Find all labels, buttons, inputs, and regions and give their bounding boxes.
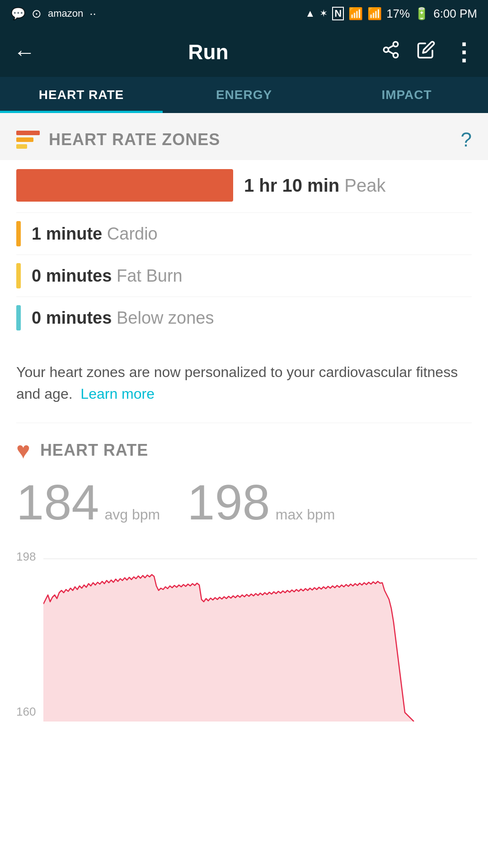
avg-bpm-label: avg bpm <box>105 506 160 523</box>
zone-fatburn-row: 0 minutes Fat Burn <box>16 255 472 297</box>
zones-container: 1 hr 10 min Peak 1 minute Cardio 0 minut… <box>0 160 488 352</box>
wifi-icon: 📶 <box>348 7 363 21</box>
status-icons-left: 💬 ⊙ amazon ·· <box>11 7 96 21</box>
clock-icon: ⊙ <box>32 7 42 21</box>
chart-min-label: 160 <box>16 705 36 719</box>
edit-icon[interactable] <box>417 40 436 64</box>
zone-fatburn-label: 0 minutes Fat Burn <box>32 266 183 286</box>
heart-rate-chart: 198 160 <box>0 550 488 723</box>
heart-rate-section: ♥ HEART RATE 184 avg bpm 198 max bpm <box>0 423 488 550</box>
max-bpm-value: 198 <box>187 477 270 527</box>
hr-section-title: HEART RATE <box>40 441 148 460</box>
zones-header-left: HEART RATE ZONES <box>16 130 220 150</box>
zone-below-indicator <box>16 305 21 330</box>
zone-peak-label: 1 hr 10 min Peak <box>244 175 386 196</box>
learn-more-link[interactable]: Learn more <box>80 386 155 402</box>
tab-impact[interactable]: IMPACT <box>325 77 488 113</box>
battery-label: 17% <box>386 7 410 21</box>
header-action-icons: ⋮ <box>381 38 474 66</box>
chart-svg-wrapper <box>43 550 472 723</box>
nfc-icon: N <box>332 7 344 20</box>
zone-cardio-indicator <box>16 221 21 246</box>
more-icon: ·· <box>89 7 96 21</box>
avg-bpm-stat: 184 avg bpm <box>16 477 160 527</box>
main-content: HEART RATE ZONES ? 1 hr 10 min Peak 1 mi… <box>0 113 488 723</box>
heart-rate-svg <box>43 550 477 722</box>
battery-icon: 🔋 <box>414 7 429 21</box>
zone-below-label: 0 minutes Below zones <box>32 308 214 328</box>
zone-below-row: 0 minutes Below zones <box>16 297 472 339</box>
share-icon[interactable] <box>381 40 400 64</box>
zone-cardio-label: 1 minute Cardio <box>32 224 158 244</box>
app-header: ← Run ⋮ <box>0 27 488 77</box>
page-title: Run <box>49 40 368 64</box>
bluetooth-icon: ✶ <box>319 8 328 19</box>
more-options-icon[interactable]: ⋮ <box>452 38 474 66</box>
network-icon: ▲ <box>305 8 315 19</box>
status-icons-right: ▲ ✶ N 📶 📶 17% 🔋 6:00 PM <box>305 7 477 21</box>
avg-bpm-value: 184 <box>16 477 99 527</box>
bpm-stats: 184 avg bpm 198 max bpm <box>16 477 472 541</box>
help-icon[interactable]: ? <box>461 128 472 151</box>
zones-info-text: Your heart zones are now personalized to… <box>16 361 472 405</box>
max-bpm-stat: 198 max bpm <box>187 477 335 527</box>
zones-icon <box>16 130 40 150</box>
back-button[interactable]: ← <box>14 40 35 65</box>
max-bpm-label: max bpm <box>276 506 335 523</box>
svg-line-3 <box>388 51 394 54</box>
zone-cardio-row: 1 minute Cardio <box>16 212 472 255</box>
chart-y-labels: 198 160 <box>16 550 36 723</box>
zone-peak-row: 1 hr 10 min Peak <box>16 169 472 202</box>
zones-info: Your heart zones are now personalized to… <box>0 352 488 423</box>
time-label: 6:00 PM <box>433 7 477 21</box>
svg-line-4 <box>388 45 394 48</box>
tab-heart-rate[interactable]: HEART RATE <box>0 77 163 113</box>
zones-section-title: HEART RATE ZONES <box>49 130 220 149</box>
tab-energy[interactable]: ENERGY <box>163 77 325 113</box>
message-icon: 💬 <box>11 7 25 21</box>
chart-max-label: 198 <box>16 550 36 564</box>
zone-peak-bar <box>16 169 233 202</box>
hr-section-header: ♥ HEART RATE <box>16 437 472 464</box>
zone-fatburn-indicator <box>16 263 21 288</box>
zones-section-header: HEART RATE ZONES ? <box>0 113 488 160</box>
signal-icon: 📶 <box>367 7 382 21</box>
tab-bar: HEART RATE ENERGY IMPACT <box>0 77 488 113</box>
amazon-icon: amazon <box>48 8 83 19</box>
heart-icon: ♥ <box>16 437 30 464</box>
status-bar: 💬 ⊙ amazon ·· ▲ ✶ N 📶 📶 17% 🔋 6:00 PM <box>0 0 488 27</box>
